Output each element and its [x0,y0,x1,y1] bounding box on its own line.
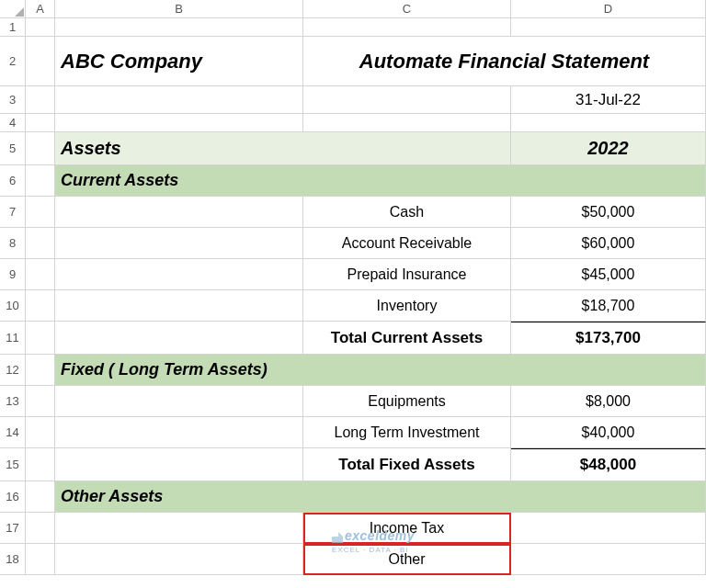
cell-A13[interactable] [26,386,55,417]
section-assets-year[interactable]: 2022 [511,132,706,165]
cell-B18[interactable] [55,544,303,575]
row-header-13[interactable]: 13 [0,386,26,417]
cell-B9[interactable] [55,259,303,290]
col-header-C[interactable]: C [303,0,511,18]
cell-C3[interactable] [303,86,511,114]
section-fixed-assets[interactable]: Fixed ( Long Term Assets) [55,355,706,386]
row-header-4[interactable]: 4 [0,114,26,132]
row-header-12[interactable]: 12 [0,355,26,386]
cell-A16[interactable] [26,481,55,513]
cell-B15[interactable] [55,448,303,481]
cell-A11[interactable] [26,322,55,355]
cell-A4[interactable] [26,114,55,132]
row-header-3[interactable]: 3 [0,86,26,114]
cell-A6[interactable] [26,165,55,197]
row-header-8[interactable]: 8 [0,228,26,259]
page-title[interactable]: Automate Financial Statement [303,37,706,86]
statement-date[interactable]: 31-Jul-22 [511,86,706,114]
select-all-corner[interactable] [0,0,26,18]
row-header-16[interactable]: 16 [0,481,26,513]
row-header-10[interactable]: 10 [0,290,26,322]
cell-A8[interactable] [26,228,55,259]
row-header-6[interactable]: 6 [0,165,26,197]
item-incometax-label[interactable]: Income Tax [303,513,511,544]
cell-B10[interactable] [55,290,303,322]
cell-B1[interactable] [55,18,303,37]
cell-A3[interactable] [26,86,55,114]
cell-C4[interactable] [303,114,511,132]
row-header-18[interactable]: 18 [0,544,26,575]
spreadsheet-grid: A B C D 1 2 ABC Company Automate Financi… [0,0,706,575]
company-name[interactable]: ABC Company [55,37,303,86]
cell-A9[interactable] [26,259,55,290]
item-ar-label[interactable]: Account Receivable [303,228,511,259]
row-header-15[interactable]: 15 [0,448,26,481]
cell-B4[interactable] [55,114,303,132]
cell-C1[interactable] [303,18,511,37]
item-longterm-label[interactable]: Long Term Investment [303,417,511,448]
cell-A12[interactable] [26,355,55,386]
cell-B8[interactable] [55,228,303,259]
item-inventory-label[interactable]: Inventory [303,290,511,322]
row-header-1[interactable]: 1 [0,18,26,37]
cell-B7[interactable] [55,197,303,228]
row-header-17[interactable]: 17 [0,513,26,544]
cell-B11[interactable] [55,322,303,355]
cell-A15[interactable] [26,448,55,481]
row-header-11[interactable]: 11 [0,322,26,355]
section-other-assets[interactable]: Other Assets [55,481,706,513]
col-header-A[interactable]: A [26,0,55,18]
col-header-D[interactable]: D [511,0,706,18]
item-equipments-value[interactable]: $8,000 [511,386,706,417]
cell-B14[interactable] [55,417,303,448]
row-header-2[interactable]: 2 [0,37,26,86]
cell-A7[interactable] [26,197,55,228]
cell-B3[interactable] [55,86,303,114]
row-header-9[interactable]: 9 [0,259,26,290]
item-longterm-value[interactable]: $40,000 [511,417,706,448]
total-current-value[interactable]: $173,700 [511,322,706,355]
cell-B13[interactable] [55,386,303,417]
col-header-B[interactable]: B [55,0,303,18]
section-current-assets[interactable]: Current Assets [55,165,706,197]
cell-D17[interactable] [511,513,706,544]
item-cash-value[interactable]: $50,000 [511,197,706,228]
row-header-5[interactable]: 5 [0,132,26,165]
item-cash-label[interactable]: Cash [303,197,511,228]
cell-D4[interactable] [511,114,706,132]
item-ar-value[interactable]: $60,000 [511,228,706,259]
cell-A14[interactable] [26,417,55,448]
item-equipments-label[interactable]: Equipments [303,386,511,417]
cell-A17[interactable] [26,513,55,544]
item-prepaid-value[interactable]: $45,000 [511,259,706,290]
cell-A18[interactable] [26,544,55,575]
cell-D18[interactable] [511,544,706,575]
total-current-label[interactable]: Total Current Assets [303,322,511,355]
row-header-14[interactable]: 14 [0,417,26,448]
item-prepaid-label[interactable]: Prepaid Insurance [303,259,511,290]
cell-B17[interactable] [55,513,303,544]
total-fixed-label[interactable]: Total Fixed Assets [303,448,511,481]
item-inventory-value[interactable]: $18,700 [511,290,706,322]
section-assets-label[interactable]: Assets [55,132,511,165]
cell-D1[interactable] [511,18,706,37]
row-header-7[interactable]: 7 [0,197,26,228]
cell-A10[interactable] [26,290,55,322]
cell-A2[interactable] [26,37,55,86]
total-fixed-value[interactable]: $48,000 [511,448,706,481]
cell-A5[interactable] [26,132,55,165]
item-other-label[interactable]: Other [303,544,511,575]
cell-A1[interactable] [26,18,55,37]
